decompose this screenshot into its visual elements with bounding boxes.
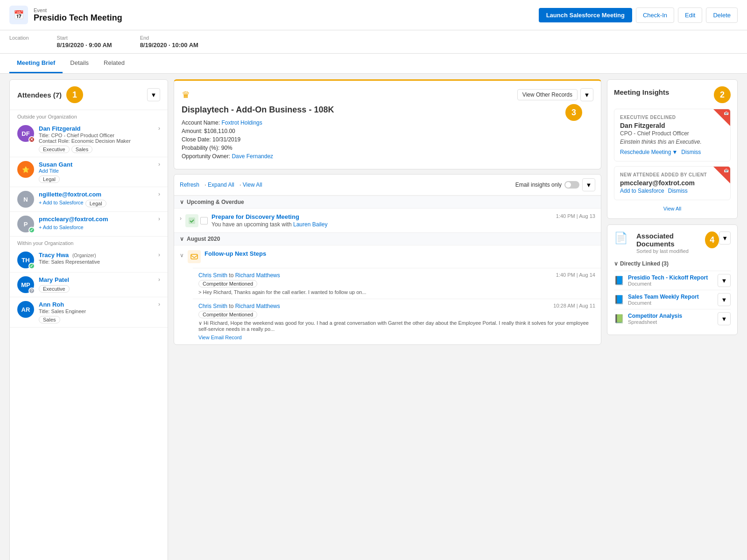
attendee-left: DF ✕ Dan Fitzgerald Title: CPO - Chief P… bbox=[17, 125, 131, 153]
email-tag: Competitor Mentioned bbox=[198, 280, 257, 287]
attendee-tags: Executive bbox=[39, 285, 70, 293]
dismiss-button[interactable]: Dismiss bbox=[681, 149, 701, 155]
insights-view-all: View All bbox=[614, 205, 731, 212]
attendee-row[interactable]: DF ✕ Dan Fitzgerald Title: CPO - Chief P… bbox=[10, 121, 168, 157]
middle-panel: ♛ View Other Records ▼ 3 3 Displaytech -… bbox=[174, 79, 601, 560]
followup-title[interactable]: Follow-up Next Steps bbox=[204, 250, 595, 257]
owner-link[interactable]: Dave Fernandez bbox=[232, 153, 273, 160]
doc-dropdown-button[interactable]: ▼ bbox=[718, 274, 731, 287]
section-title: Directly Linked (3) bbox=[620, 260, 669, 267]
avatar: DF ✕ bbox=[17, 125, 34, 142]
attendee-row[interactable]: P ✓ pmccleary@foxtrot.com + Add to Sales… bbox=[10, 212, 168, 237]
opp-actions: View Other Records ▼ bbox=[517, 88, 593, 101]
tag: Executive bbox=[39, 285, 70, 293]
checkin-button[interactable]: Check-In bbox=[636, 7, 674, 23]
activity-panel: Refresh · Expand All · View All Email in… bbox=[174, 174, 601, 345]
upcoming-section[interactable]: ∨ Upcoming & Overdue bbox=[174, 196, 601, 208]
doc-name[interactable]: Presidio Tech - Kickoff Report bbox=[628, 274, 708, 281]
reschedule-meeting-button[interactable]: Reschedule Meeting ▼ bbox=[620, 149, 677, 155]
location-label: Location bbox=[9, 35, 29, 41]
tab-related[interactable]: Related bbox=[96, 54, 132, 73]
expand-icon: ∨ bbox=[180, 252, 184, 259]
activity-item: ∨ Follow-up Next Steps bbox=[174, 245, 601, 268]
activity-links: Refresh · Expand All · View All bbox=[180, 182, 266, 188]
launch-meeting-button[interactable]: Launch Salesforce Meeting bbox=[539, 8, 632, 22]
view-other-records-button[interactable]: View Other Records bbox=[517, 89, 578, 100]
docs-tour-badge: 4 bbox=[705, 231, 719, 248]
main-content: Attendees (7) 1 ▼ Outside your Organizat… bbox=[0, 74, 747, 560]
august-section[interactable]: ∨ August 2020 bbox=[174, 232, 601, 245]
toggle-knob bbox=[565, 182, 571, 188]
richard-matthews-link-2[interactable]: Richard Matthews bbox=[235, 303, 280, 309]
avatar: MP ? bbox=[17, 276, 34, 293]
lauren-bailey-link[interactable]: Lauren Bailey bbox=[293, 221, 327, 228]
attendee-row[interactable]: N ngillette@foxtrot.com + Add to Salesfo… bbox=[10, 187, 168, 212]
doc-file-icon-3: 📗 bbox=[614, 314, 624, 324]
activity-filter-button[interactable]: ▼ bbox=[582, 178, 595, 191]
event-icon: 📅 bbox=[9, 6, 28, 24]
attendee-left: ⭐ Susan Gant Add Title Legal bbox=[17, 161, 72, 183]
header-actions: Launch Salesforce Meeting Check-In Edit … bbox=[539, 7, 738, 23]
section-title: August 2020 bbox=[187, 236, 220, 242]
activity-title[interactable]: Prepare for Discovery Meeting bbox=[211, 213, 552, 220]
attendee-row[interactable]: MP ? Mary Patel Executive › bbox=[10, 273, 168, 297]
attendees-filter-button[interactable]: ▼ bbox=[147, 88, 160, 101]
doc-dropdown-button-3[interactable]: ▼ bbox=[718, 312, 731, 325]
attendee-info: Susan Gant Add Title Legal bbox=[39, 161, 72, 183]
tab-details[interactable]: Details bbox=[63, 54, 96, 73]
dismiss-button-2[interactable]: Dismiss bbox=[668, 188, 688, 194]
insights-panel: Meeting Insights 2 📅 EXECUTIVE DECLINED … bbox=[607, 79, 738, 219]
tab-meeting-brief[interactable]: Meeting Brief bbox=[9, 54, 63, 73]
tag: Legal bbox=[39, 175, 60, 183]
doc-name-3[interactable]: Competitor Analysis bbox=[628, 313, 682, 319]
email-preview-2: ∨ Hi Richard, Hope the weekend was good … bbox=[198, 320, 595, 332]
add-title-link[interactable]: Add Title bbox=[39, 168, 72, 174]
edit-button[interactable]: Edit bbox=[678, 7, 702, 23]
view-email-record-link[interactable]: View Email Record bbox=[198, 335, 242, 340]
add-to-salesforce-button[interactable]: Add to Salesforce bbox=[620, 188, 664, 194]
view-all-link[interactable]: View All bbox=[243, 182, 262, 188]
attendee-name: Dan Fitzgerald bbox=[39, 125, 131, 132]
insight-name: Dan Fitzgerald bbox=[620, 122, 725, 129]
add-to-sf-link[interactable]: + Add to Salesforce bbox=[39, 200, 84, 207]
doc-type-2: Document bbox=[628, 300, 699, 306]
attendee-tags: Executive Sales bbox=[39, 146, 131, 153]
insight-card: 📅 EXECUTIVE DECLINED Dan Fitzgerald CPO … bbox=[614, 109, 731, 161]
attendee-left: TH ✓ Tracy Hwa (Organizer) Title: Sales … bbox=[17, 252, 100, 268]
richard-matthews-link[interactable]: Richard Matthews bbox=[235, 272, 280, 279]
view-all-insights-link[interactable]: View All bbox=[663, 206, 681, 211]
avatar-badge: ✓ bbox=[28, 227, 35, 233]
start-field: Start 8/19/2020 · 9:00 AM bbox=[57, 35, 112, 49]
chevron-right-icon: › bbox=[158, 161, 160, 168]
doc-dropdown-button-2[interactable]: ▼ bbox=[718, 293, 731, 306]
add-to-sf-link[interactable]: + Add to Salesforce bbox=[39, 224, 84, 230]
directly-linked-section[interactable]: ∨ Directly Linked (3) bbox=[614, 260, 731, 267]
chris-smith-link[interactable]: Chris Smith bbox=[198, 272, 227, 279]
email-from: Chris Smith to Richard Matthews bbox=[198, 272, 280, 279]
attendee-row[interactable]: AR Ann Roh Title: Sales Engineer Sales › bbox=[10, 297, 168, 328]
opp-dropdown-button[interactable]: ▼ bbox=[580, 88, 593, 101]
attendee-info: Ann Roh Title: Sales Engineer Sales bbox=[39, 301, 86, 323]
delete-button[interactable]: Delete bbox=[706, 7, 738, 23]
email-insights-label: Email insights only bbox=[515, 182, 562, 188]
attendee-row[interactable]: ⭐ Susan Gant Add Title Legal › bbox=[10, 157, 168, 187]
doc-item: 📘 Presidio Tech - Kickoff Report Documen… bbox=[614, 271, 731, 290]
email-insights-toggle[interactable] bbox=[564, 181, 579, 189]
attendee-row[interactable]: TH ✓ Tracy Hwa (Organizer) Title: Sales … bbox=[10, 248, 168, 273]
insight-label-2: NEW ATTENDEE ADDED BY CLIENT bbox=[620, 172, 725, 177]
inside-label: Within your Organization bbox=[10, 237, 168, 248]
collapse-icon: ∨ bbox=[180, 199, 184, 205]
doc-item-left: 📘 Presidio Tech - Kickoff Report Documen… bbox=[614, 274, 708, 287]
expand-all-link[interactable]: Expand All bbox=[208, 182, 234, 188]
doc-name-2[interactable]: Sales Team Weekly Report bbox=[628, 294, 699, 300]
svg-rect-0 bbox=[189, 217, 195, 224]
docs-dropdown-button[interactable]: ▼ bbox=[719, 231, 731, 245]
task-icon bbox=[185, 214, 198, 227]
expand-icon: › bbox=[180, 215, 182, 222]
insights-title: Meeting Insights bbox=[614, 88, 669, 96]
chris-smith-link-2[interactable]: Chris Smith bbox=[198, 303, 227, 309]
refresh-link[interactable]: Refresh bbox=[180, 182, 199, 188]
attendee-tags: Legal bbox=[39, 175, 72, 183]
account-link[interactable]: Foxtrot Holdings bbox=[221, 119, 262, 126]
attendees-header: Attendees (7) 1 ▼ bbox=[10, 80, 168, 110]
